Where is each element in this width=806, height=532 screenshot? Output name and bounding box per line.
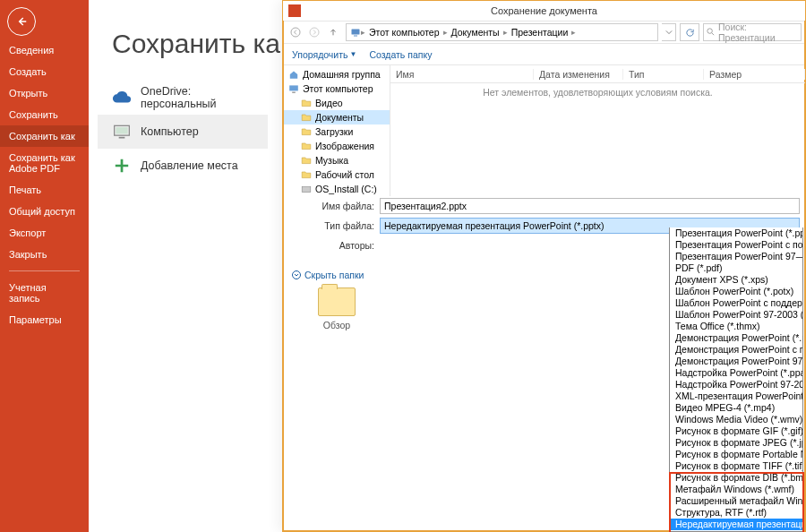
dialog-title: Сохранение документа bbox=[491, 5, 597, 16]
svg-rect-5 bbox=[352, 30, 360, 35]
filetype-option[interactable]: Презентация PowerPoint с поддержкой макр… bbox=[670, 239, 802, 251]
nav-up-button[interactable] bbox=[324, 23, 342, 41]
back-arrow-icon bbox=[15, 15, 28, 28]
filetype-option[interactable]: Тема Office (*.thmx) bbox=[670, 321, 802, 332]
nav-item[interactable]: Сохранить как Adobe PDF bbox=[0, 147, 89, 179]
filetype-option[interactable]: Документ XPS (*.xps) bbox=[670, 274, 802, 286]
filetype-option[interactable]: Рисунок в формате JPEG (*.jpg) bbox=[670, 437, 802, 449]
col-date[interactable]: Дата изменения bbox=[534, 69, 623, 80]
filetype-option[interactable]: Рисунок в формате DIB (*.bmp) bbox=[670, 472, 802, 484]
search-icon bbox=[706, 27, 716, 37]
nav-back-button[interactable] bbox=[287, 23, 304, 41]
filetype-option[interactable]: Демонстрация PowerPoint 97-2003 (*.pps) bbox=[670, 356, 802, 367]
search-input[interactable]: Поиск: Презентации bbox=[703, 23, 802, 41]
new-folder-button[interactable]: Создать папку bbox=[369, 49, 432, 60]
filename-label: Имя файла: bbox=[283, 201, 380, 211]
svg-rect-9 bbox=[292, 92, 296, 93]
tree-item[interactable]: Музыка bbox=[283, 153, 390, 167]
chevron-down-icon bbox=[292, 270, 301, 279]
breadcrumb[interactable]: ▸ Этот компьютер▸Документы▸Презентации▸ bbox=[346, 23, 658, 41]
nav-item[interactable]: Учетная запись bbox=[0, 277, 89, 309]
address-bar: ▸ Этот компьютер▸Документы▸Презентации▸ … bbox=[283, 21, 805, 44]
place-item[interactable]: OneDrive: персональный bbox=[98, 81, 268, 115]
filetype-option[interactable]: Нередактируемая презентация PowerPoint (… bbox=[670, 519, 802, 530]
breadcrumb-segment[interactable]: Презентации bbox=[508, 27, 572, 38]
filetype-option[interactable]: Демонстрация PowerPoint с поддержкой мак… bbox=[670, 344, 802, 356]
col-type[interactable]: Тип bbox=[623, 69, 704, 80]
svg-rect-1 bbox=[116, 127, 127, 134]
col-size[interactable]: Размер bbox=[704, 69, 805, 80]
filename-input[interactable] bbox=[380, 198, 800, 214]
browse-button[interactable]: Обзор bbox=[310, 287, 364, 330]
tree-item[interactable]: Этот компьютер bbox=[283, 82, 390, 96]
filetype-option[interactable]: Рисунок в формате GIF (*.gif) bbox=[670, 425, 802, 437]
empty-message: Нет элементов, удовлетворяющих условиям … bbox=[390, 87, 805, 98]
file-listing[interactable]: Имя Дата изменения Тип Размер Нет элемен… bbox=[390, 65, 805, 196]
nav-item[interactable]: Сохранить как bbox=[0, 125, 89, 147]
nav-item[interactable]: Сведения bbox=[0, 39, 89, 61]
breadcrumb-segment[interactable]: Этот компьютер bbox=[365, 27, 443, 38]
nav-item[interactable]: Закрыть bbox=[0, 244, 89, 265]
filetype-option[interactable]: Windows Media Video (*.wmv) bbox=[670, 414, 802, 425]
col-name[interactable]: Имя bbox=[390, 69, 534, 80]
tree-item[interactable]: OS_Install (C:) bbox=[283, 182, 390, 196]
filetype-label: Тип файла: bbox=[283, 220, 380, 231]
filetype-option[interactable]: Структура, RTF (*.rtf) bbox=[670, 507, 802, 519]
nav-item[interactable]: Сохранить bbox=[0, 104, 89, 125]
place-item[interactable]: Добавление места bbox=[98, 149, 268, 183]
nav-item[interactable]: Печать bbox=[0, 179, 89, 201]
add-icon bbox=[112, 156, 132, 176]
filetype-option[interactable]: Презентация PowerPoint (*.pptx) bbox=[670, 227, 802, 239]
folder-icon bbox=[318, 287, 356, 316]
authors-label: Авторы: bbox=[283, 240, 380, 251]
tree-item[interactable]: Видео bbox=[283, 96, 390, 110]
filetype-option[interactable]: XML-презентация PowerPoint (*.xml) bbox=[670, 390, 802, 402]
nav-item[interactable]: Открыть bbox=[0, 82, 89, 104]
svg-rect-10 bbox=[302, 187, 311, 193]
filetype-dropdown[interactable]: Презентация PowerPoint (*.pptx)Презентац… bbox=[669, 227, 803, 532]
nav-forward-button[interactable] bbox=[305, 23, 323, 41]
breadcrumb-dropdown[interactable] bbox=[662, 23, 676, 41]
place-item[interactable]: Компьютер bbox=[98, 115, 268, 149]
nav-item[interactable]: Общий доступ bbox=[0, 201, 89, 222]
filetype-option[interactable]: Рисунок в формате Portable Network Graph… bbox=[670, 449, 802, 460]
svg-point-7 bbox=[707, 29, 713, 33]
svg-point-11 bbox=[293, 271, 301, 279]
svg-point-3 bbox=[291, 28, 300, 37]
nav-item[interactable]: Создать bbox=[0, 61, 89, 82]
filetype-option[interactable]: Шаблон PowerPoint 97-2003 (*.pot) bbox=[670, 309, 802, 321]
filetype-option[interactable]: PDF (*.pdf) bbox=[670, 262, 802, 274]
pc-icon bbox=[350, 27, 361, 38]
breadcrumb-segment[interactable]: Документы bbox=[448, 27, 503, 38]
dialog-titlebar: Сохранение документа bbox=[283, 1, 805, 21]
svg-rect-8 bbox=[289, 85, 298, 90]
nav-item[interactable]: Экспорт bbox=[0, 222, 89, 244]
folder-tree[interactable]: Домашняя группаЭтот компьютерВидеоДокуме… bbox=[283, 65, 390, 196]
tree-item[interactable]: Домашняя группа bbox=[283, 67, 390, 82]
filetype-option[interactable]: Надстройка PowerPoint (*.ppam) bbox=[670, 367, 802, 379]
filetype-option[interactable]: Рисунок в формате TIFF (*.tif) bbox=[670, 460, 802, 472]
back-button[interactable] bbox=[7, 7, 36, 36]
tree-item[interactable]: Изображения bbox=[283, 139, 390, 153]
filetype-option[interactable]: Демонстрация PowerPoint (*.ppsx) bbox=[670, 332, 802, 344]
filetype-option[interactable]: Метафайл Windows (*.wmf) bbox=[670, 484, 802, 495]
organize-button[interactable]: Упорядочить ▼ bbox=[292, 49, 356, 60]
column-headers[interactable]: Имя Дата изменения Тип Размер bbox=[390, 65, 805, 83]
refresh-button[interactable] bbox=[680, 23, 699, 41]
svg-point-4 bbox=[310, 28, 319, 37]
tree-item[interactable]: Документы bbox=[283, 110, 390, 124]
filetype-option[interactable]: Видео MPEG-4 (*.mp4) bbox=[670, 402, 802, 414]
nav-item[interactable]: Параметры bbox=[0, 309, 89, 330]
filetype-option[interactable]: Шаблон PowerPoint (*.potx) bbox=[670, 286, 802, 297]
filetype-option[interactable]: Шаблон PowerPoint с поддержкой макросов … bbox=[670, 297, 802, 309]
save-dialog: Сохранение документа ▸ Этот компьютер▸До… bbox=[282, 0, 806, 532]
tree-item[interactable]: Рабочий стол bbox=[283, 167, 390, 182]
nav-divider bbox=[9, 270, 80, 271]
app-icon bbox=[288, 4, 301, 17]
filetype-option[interactable]: Расширенный метафайл Windows (*.emf) bbox=[670, 495, 802, 507]
filetype-option[interactable]: Надстройка PowerPoint 97-2003 (*.ppa) bbox=[670, 379, 802, 390]
hide-folders-button[interactable]: Скрыть папки bbox=[292, 270, 364, 280]
tree-item[interactable]: Загрузки bbox=[283, 124, 390, 139]
backstage-sidebar: СведенияСоздатьОткрытьСохранитьСохранить… bbox=[0, 0, 89, 532]
filetype-option[interactable]: Презентация PowerPoint 97—2003 (*.ppt) bbox=[670, 251, 802, 262]
